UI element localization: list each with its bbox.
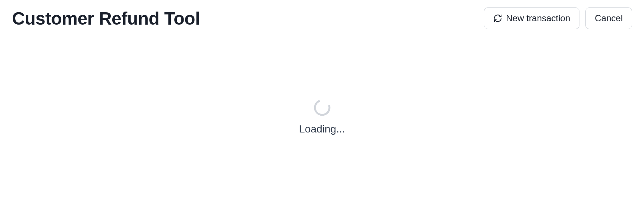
refresh-icon bbox=[493, 14, 502, 23]
page-title: Customer Refund Tool bbox=[12, 8, 200, 29]
page-header: Customer Refund Tool New transaction Can… bbox=[0, 0, 644, 29]
new-transaction-label: New transaction bbox=[506, 13, 570, 24]
loading-text: Loading... bbox=[299, 123, 345, 135]
cancel-label: Cancel bbox=[595, 13, 623, 24]
new-transaction-button[interactable]: New transaction bbox=[484, 7, 579, 29]
header-actions: New transaction Cancel bbox=[484, 7, 632, 29]
cancel-button[interactable]: Cancel bbox=[585, 7, 632, 29]
loading-container: Loading... bbox=[299, 99, 345, 135]
spinner-icon bbox=[311, 97, 333, 118]
